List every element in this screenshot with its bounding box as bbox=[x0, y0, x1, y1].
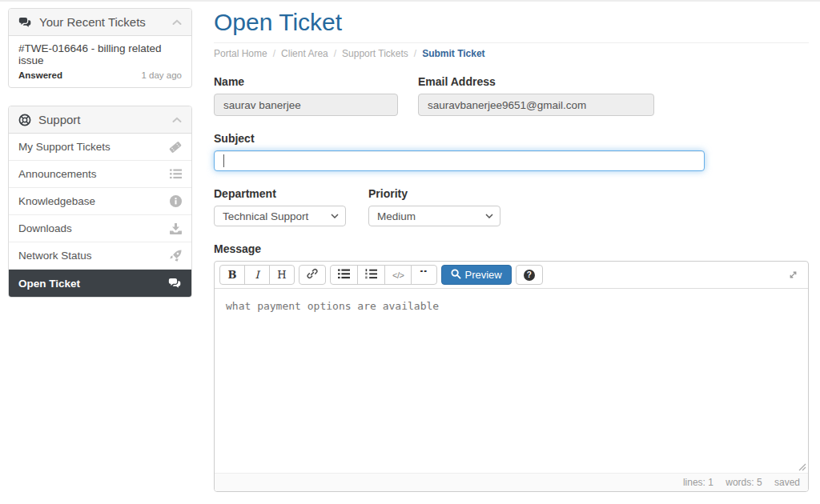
department-priority-row: Department Technical Support Priority Me… bbox=[214, 171, 809, 226]
recent-tickets-title: Your Recent Tickets bbox=[39, 15, 146, 29]
comments-icon bbox=[168, 278, 182, 289]
support-panel: Support My Support Tickets Announcements bbox=[8, 106, 192, 298]
ordered-list-button[interactable] bbox=[357, 265, 385, 285]
quote-button[interactable]: “ bbox=[411, 265, 436, 285]
title-divider bbox=[214, 42, 809, 43]
rocket-icon bbox=[170, 250, 182, 262]
page-title: Open Ticket bbox=[214, 8, 809, 37]
unordered-list-button[interactable] bbox=[330, 265, 358, 285]
sidebar: Your Recent Tickets #TWE-016646 - billin… bbox=[8, 8, 192, 504]
name-email-row: Name Email Address bbox=[214, 59, 809, 116]
life-ring-icon bbox=[18, 114, 31, 126]
email-field bbox=[418, 94, 654, 116]
ticket-meta: Answered 1 day ago bbox=[18, 70, 182, 80]
words-count: words: 5 bbox=[726, 477, 762, 488]
breadcrumb-separator: / bbox=[334, 48, 336, 59]
sidebar-item-announcements[interactable]: Announcements bbox=[9, 161, 191, 188]
sidebar-item-downloads[interactable]: Downloads bbox=[9, 215, 191, 242]
sidebar-item-label: Downloads bbox=[18, 222, 72, 234]
quote-icon: “ bbox=[419, 270, 428, 280]
sidebar-item-label: Announcements bbox=[18, 168, 97, 180]
message-textarea[interactable]: what payment options are available bbox=[215, 289, 808, 473]
markdown-editor: B I H </> bbox=[214, 261, 809, 492]
search-icon bbox=[451, 269, 461, 282]
priority-select[interactable]: Medium bbox=[368, 206, 500, 226]
chevron-up-icon bbox=[172, 19, 182, 26]
bold-button[interactable]: B bbox=[219, 265, 245, 285]
breadcrumb: Portal Home/Client Area/Support Tickets/… bbox=[214, 48, 809, 59]
sidebar-item-open-ticket[interactable]: Open Ticket bbox=[9, 270, 191, 297]
preview-button-label: Preview bbox=[465, 269, 502, 281]
chevron-up-icon bbox=[172, 117, 182, 123]
sidebar-item-network-status[interactable]: Network Status bbox=[9, 242, 191, 270]
heading-button[interactable]: H bbox=[269, 265, 295, 285]
ticket-time: 1 day ago bbox=[141, 70, 182, 80]
department-label: Department bbox=[214, 187, 346, 200]
link-icon bbox=[307, 268, 318, 282]
sidebar-item-label: Knowledgebase bbox=[18, 195, 95, 207]
main-content: Open Ticket Portal Home/Client Area/Supp… bbox=[214, 8, 809, 504]
recent-ticket-item[interactable]: #TWE-016646 - billing related issue Answ… bbox=[9, 36, 191, 87]
comments-icon bbox=[18, 17, 32, 28]
support-menu: My Support Tickets Announcements Knowled… bbox=[9, 134, 191, 297]
editor-statusbar: lines: 1 words: 5 saved bbox=[215, 473, 808, 491]
link-button[interactable] bbox=[299, 265, 326, 285]
page: Your Recent Tickets #TWE-016646 - billin… bbox=[0, 2, 820, 504]
preview-button[interactable]: Preview bbox=[441, 265, 512, 285]
email-label: Email Address bbox=[418, 75, 654, 88]
ticket-icon bbox=[169, 141, 182, 154]
subject-label: Subject bbox=[214, 132, 809, 145]
list-icon bbox=[170, 169, 182, 179]
sidebar-item-label: Network Status bbox=[18, 250, 92, 262]
breadcrumb-client-area[interactable]: Client Area bbox=[281, 48, 328, 59]
sidebar-item-label: My Support Tickets bbox=[18, 141, 111, 153]
breadcrumb-submit-ticket: Submit Ticket bbox=[422, 48, 484, 59]
breadcrumb-support-tickets[interactable]: Support Tickets bbox=[342, 48, 408, 59]
editor-body: what payment options are available bbox=[215, 289, 808, 473]
breadcrumb-separator: / bbox=[273, 48, 275, 59]
name-field bbox=[214, 94, 398, 116]
ticket-status: Answered bbox=[18, 70, 62, 80]
unordered-list-icon bbox=[338, 269, 350, 282]
download-icon bbox=[170, 223, 182, 234]
recent-tickets-panel: Your Recent Tickets #TWE-016646 - billin… bbox=[8, 8, 192, 88]
italic-button[interactable]: I bbox=[244, 265, 270, 285]
message-label: Message bbox=[214, 242, 809, 255]
question-icon: ? bbox=[524, 270, 535, 281]
subject-wrap bbox=[214, 150, 705, 171]
editor-toolbar: B I H </> bbox=[215, 262, 808, 289]
lines-count: lines: 1 bbox=[683, 477, 713, 488]
textarea-resize-handle[interactable] bbox=[798, 463, 806, 471]
ordered-list-icon bbox=[365, 269, 377, 282]
sidebar-item-knowledgebase[interactable]: Knowledgebase bbox=[9, 188, 191, 215]
ticket-subject: #TWE-016646 - billing related issue bbox=[18, 42, 182, 66]
subject-input[interactable] bbox=[214, 150, 705, 171]
sidebar-item-label: Open Ticket bbox=[18, 278, 80, 290]
name-label: Name bbox=[214, 75, 398, 88]
help-button[interactable]: ? bbox=[516, 265, 543, 285]
code-button[interactable]: </> bbox=[384, 265, 412, 285]
expand-editor-button[interactable] bbox=[783, 268, 803, 282]
support-panel-title: Support bbox=[38, 113, 81, 126]
recent-tickets-panel-header[interactable]: Your Recent Tickets bbox=[9, 9, 191, 36]
saved-status: saved bbox=[774, 477, 800, 488]
info-circle-icon bbox=[170, 195, 182, 207]
sidebar-item-my-support-tickets[interactable]: My Support Tickets bbox=[9, 134, 191, 161]
breadcrumb-portal-home[interactable]: Portal Home bbox=[214, 48, 267, 59]
breadcrumb-separator: / bbox=[414, 48, 416, 59]
priority-label: Priority bbox=[368, 187, 500, 200]
support-panel-header[interactable]: Support bbox=[9, 106, 191, 134]
department-select[interactable]: Technical Support bbox=[214, 206, 346, 226]
text-caret bbox=[223, 154, 224, 167]
